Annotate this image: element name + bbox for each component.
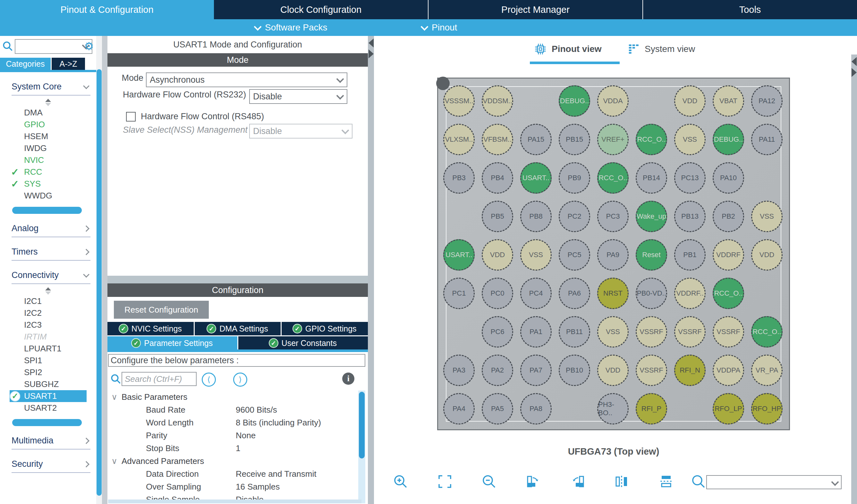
param-row-parity[interactable]: ParityNone: [107, 429, 358, 442]
pin-vddrf-r5c8[interactable]: VDDRF: [713, 239, 744, 271]
pin-rcc-o-r3c5[interactable]: RCC_O..: [597, 162, 629, 194]
pin-vbat-r1c8[interactable]: VBAT: [713, 85, 744, 117]
pin-vfbsm-r2c2[interactable]: VFBSM..: [482, 124, 513, 155]
pin-pa3-r8c1[interactable]: PA3: [443, 354, 475, 386]
param-row-stop-bits[interactable]: Stop Bits1: [107, 442, 358, 455]
pin-pc2-r4c4[interactable]: PC2: [559, 201, 590, 232]
mode-select[interactable]: Asynchronous: [146, 72, 347, 87]
collapse-left-icon[interactable]: [369, 38, 374, 48]
flip-horizontal-icon[interactable]: [614, 474, 629, 489]
sidebar-item-i2c2[interactable]: I2C2: [10, 307, 87, 319]
reset-configuration-button[interactable]: Reset Configuration: [114, 301, 209, 319]
sidebar-splitter[interactable]: [102, 36, 107, 504]
tab-pinout-view[interactable]: Pinout view: [534, 43, 602, 55]
parameters-scrollbar[interactable]: [358, 390, 365, 503]
parameters-scrollbar-thumb[interactable]: [359, 392, 365, 458]
pin-rfo-hp-r9c9[interactable]: RFO_HP: [751, 393, 783, 424]
tab-tools[interactable]: Tools: [642, 0, 857, 19]
pin-rcc-o-r7c9[interactable]: RCC_O..: [751, 316, 783, 348]
sidebar-item-hsem[interactable]: HSEM: [10, 131, 87, 142]
pin-pa5-r9c2[interactable]: PA5: [482, 393, 513, 424]
pin-pc6-r7c2[interactable]: PC6: [482, 316, 513, 348]
pin-pb3-r3c1[interactable]: PB3: [443, 162, 475, 194]
pin-vddrf-r6c7[interactable]: VDDRF..: [674, 278, 706, 309]
param-group-advanced-parameters[interactable]: ∨Advanced Parameters: [107, 455, 358, 467]
flip-vertical-icon[interactable]: [658, 474, 674, 489]
expand-right-icon[interactable]: [852, 68, 857, 77]
tab-user-constants[interactable]: ✓User Constants: [238, 336, 368, 350]
pin-usart-r3c3[interactable]: USART..: [520, 162, 552, 194]
sort-spinner-icon[interactable]: [44, 287, 52, 295]
pin-reset-r5c6[interactable]: Reset: [636, 239, 667, 271]
sidebar-section-header-multimedia[interactable]: Multimedia: [12, 436, 90, 450]
pin-pc3-r4c5[interactable]: PC3: [597, 201, 629, 232]
pin-debug-r1c4[interactable]: DEBUG..: [559, 85, 590, 117]
pin-wake-up-r4c6[interactable]: Wake_up: [636, 201, 667, 232]
parameters-hscrollbar[interactable]: [108, 500, 362, 503]
pin-pb0-vd-r6c6[interactable]: PB0-VD..: [636, 278, 667, 309]
sidebar-item-spi1[interactable]: SPI1: [10, 354, 87, 366]
sidebar-item-sys[interactable]: ✓SYS: [10, 178, 87, 190]
pin-vss-r4c9[interactable]: VSS: [751, 201, 783, 232]
pin-pb14-r3c6[interactable]: PB14: [636, 162, 667, 194]
pinout-menu[interactable]: Pinout: [422, 19, 457, 36]
pin-rfi-n-r8c7[interactable]: RFI_N: [674, 354, 706, 386]
pin-search-combobox[interactable]: [706, 475, 842, 489]
pin-vddsm-r1c2[interactable]: VDDSM..: [482, 85, 513, 117]
pin-vssrf-r7c8[interactable]: VSSRF: [713, 316, 744, 348]
pin-pc5-r5c4[interactable]: PC5: [559, 239, 590, 271]
sidebar-item-lpuart1[interactable]: LPUART1: [10, 343, 87, 354]
pin-pa15-r2c3[interactable]: PA15: [520, 124, 552, 155]
rotate-clockwise-icon[interactable]: [526, 474, 541, 489]
param-row-data-direction[interactable]: Data DirectionReceive and Transmit: [107, 467, 358, 480]
sidebar-section-header-timers[interactable]: Timers: [12, 247, 90, 261]
pin-vss-r7c5[interactable]: VSS: [597, 316, 629, 348]
rs485-checkbox[interactable]: [126, 112, 136, 122]
scroll-indicator[interactable]: [12, 419, 82, 426]
pin-pc13-r3c7[interactable]: PC13: [674, 162, 706, 194]
pin-vdd-r5c2[interactable]: VDD: [482, 239, 513, 271]
pin-nrst-r6c5[interactable]: NRST: [597, 278, 629, 309]
pin-vsssm-r1c1[interactable]: VSSSM..: [443, 85, 475, 117]
best-fit-icon[interactable]: [437, 474, 453, 489]
sidebar-scrollbar[interactable]: [96, 36, 102, 504]
pin-pb9-r3c4[interactable]: PB9: [559, 162, 590, 194]
sidebar-section-header-analog[interactable]: Analog: [12, 224, 90, 237]
pin-vss-r2c7[interactable]: VSS: [674, 124, 706, 155]
tab-nvic-settings[interactable]: ✓NVIC Settings: [107, 322, 194, 335]
search-next-icon[interactable]: ⟩: [233, 372, 247, 387]
zoom-in-icon[interactable]: [393, 474, 408, 489]
right-edge-splitter[interactable]: [851, 54, 857, 504]
pin-pc4-r6c3[interactable]: PC4: [520, 278, 552, 309]
sidebar-section-header-security[interactable]: Security: [12, 459, 90, 473]
tab-gpio-settings[interactable]: ✓GPIO Settings: [282, 322, 368, 335]
pin-pa9-r5c5[interactable]: PA9: [597, 239, 629, 271]
pin-vddpa-r8c8[interactable]: VDDPA: [713, 354, 744, 386]
panel-splitter[interactable]: [368, 36, 374, 504]
sidebar-item-i2c1[interactable]: I2C1: [10, 295, 87, 307]
pin-pa8-r9c3[interactable]: PA8: [520, 393, 552, 424]
zoom-out-icon[interactable]: [482, 474, 497, 489]
pin-debug-r2c8[interactable]: DEBUG..: [713, 124, 744, 155]
pin-vr-pa-r8c9[interactable]: VR_PA: [751, 354, 783, 386]
tab-a-to-z[interactable]: A->Z: [52, 58, 85, 70]
pin-vref-r2c5[interactable]: VREF+: [597, 124, 629, 155]
expand-right-icon[interactable]: [369, 49, 374, 58]
sidebar-item-dma[interactable]: DMA: [10, 107, 87, 119]
gear-icon[interactable]: ⚙: [84, 40, 94, 53]
sidebar-item-subghz[interactable]: SUBGHZ: [10, 378, 87, 390]
pin-pb11-r7c4[interactable]: PB11: [559, 316, 590, 348]
pin-rfo-lp-r9c8[interactable]: RFO_LP: [713, 393, 744, 424]
sidebar-item-nvic[interactable]: NVIC: [10, 154, 87, 166]
sidebar-item-rcc[interactable]: ✓RCC: [10, 166, 87, 178]
info-icon[interactable]: i: [342, 372, 354, 385]
tab-parameter-settings[interactable]: ✓Parameter Settings: [107, 336, 237, 350]
pin-vdda-r1c5[interactable]: VDDA: [597, 85, 629, 117]
param-group-basic-parameters[interactable]: ∨Basic Parameters: [107, 390, 358, 403]
peripheral-search-combobox[interactable]: [15, 39, 93, 54]
rotate-counterclockwise-icon[interactable]: [570, 474, 585, 489]
pin-ph3-bo-r9c5[interactable]: PH3-BO..: [597, 393, 629, 424]
param-row-over-sampling[interactable]: Over Sampling16 Samples: [107, 480, 358, 493]
pin-vssrf-r8c6[interactable]: VSSRF: [636, 354, 667, 386]
sidebar-scrollbar-thumb[interactable]: [97, 69, 102, 496]
